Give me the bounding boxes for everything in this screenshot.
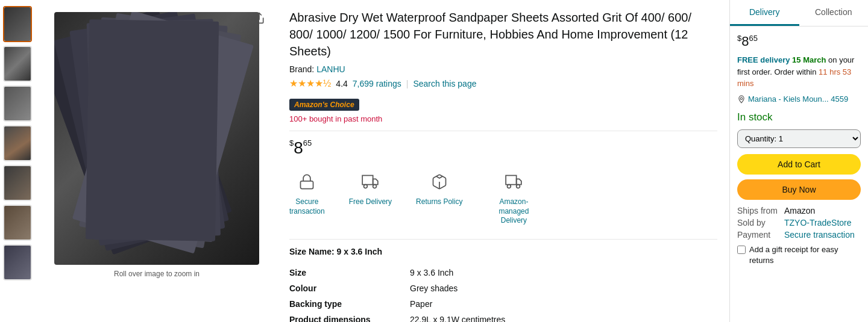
svg-point-17 xyxy=(508,185,511,188)
feature-secure: Securetransaction xyxy=(289,173,325,226)
svg-rect-15 xyxy=(506,176,517,185)
payment-label: Payment xyxy=(737,230,779,240)
main-image-area: Roll over image to zoom in xyxy=(36,0,277,322)
amazon-delivery-icon xyxy=(505,173,522,194)
tab-collection[interactable]: Collection xyxy=(799,0,869,26)
bought-past: 100+ bought in past month xyxy=(289,114,717,123)
ratings-row: ★★★★½ 4.4 7,699 ratings | Search this pa… xyxy=(289,78,717,89)
price-cents: 65 xyxy=(303,138,312,147)
free-delivery-text: FREE delivery 15 March on your first ord… xyxy=(737,54,861,90)
svg-point-13 xyxy=(373,185,377,188)
price-symbol: $ xyxy=(289,138,294,147)
product-main-image[interactable] xyxy=(54,12,259,265)
free-delivery-bold: FREE delivery xyxy=(737,55,790,64)
amazon-delivery-label: Amazon-managedDelivery xyxy=(486,197,541,226)
thumbnail-sidebar xyxy=(0,0,36,322)
right-price-main: 8 xyxy=(741,34,749,49)
tabs-row: Delivery Collection xyxy=(730,0,868,26)
specs-table: Size 9 x 3.6 Inch Colour Grey shades Bac… xyxy=(289,265,717,322)
size-name-label: Size Name: xyxy=(289,247,335,256)
right-price: $865 xyxy=(737,34,861,49)
size-name-row: Size Name: 9 x 3.6 Inch xyxy=(289,247,717,256)
payment-value[interactable]: Secure transaction xyxy=(784,230,855,240)
secure-label: Securetransaction xyxy=(289,197,325,216)
spec-size-key: Size xyxy=(289,265,410,280)
ships-from-label: Ships from xyxy=(737,206,779,215)
sold-by-row: Sold by TZYO-TradeStore xyxy=(737,218,861,228)
gift-receipt-checkbox[interactable] xyxy=(737,246,746,254)
roll-over-label: Roll over image to zoom in xyxy=(114,270,200,278)
buy-now-button[interactable]: Buy Now xyxy=(737,179,861,200)
brand-row: Brand: LANHU xyxy=(289,64,717,74)
quantity-select[interactable]: Quantity: 1 Quantity: 2 Quantity: 3 Quan… xyxy=(737,129,861,148)
thumbnail-1[interactable] xyxy=(3,6,32,42)
spec-dimensions-value: 22.9L x 9.1W centimetres xyxy=(410,312,717,322)
ships-from-value: Amazon xyxy=(784,206,815,215)
product-title: Abrasive Dry Wet Waterproof Sandpaper Sh… xyxy=(289,9,717,60)
svg-point-12 xyxy=(364,185,368,188)
location-icon xyxy=(737,95,746,105)
thumbnail-2[interactable] xyxy=(3,46,32,82)
spec-colour-key: Colour xyxy=(289,280,410,296)
in-stock-label: In stock xyxy=(737,111,861,123)
price-divider xyxy=(289,131,717,131)
spec-size-value: 9 x 3.6 Inch xyxy=(410,265,717,280)
spec-dimensions-key: Product dimensions xyxy=(289,312,410,322)
returns-icon xyxy=(431,173,448,194)
ratings-count-link[interactable]: 7,699 ratings xyxy=(353,79,401,88)
brand-link[interactable]: LANHU xyxy=(316,64,345,74)
secure-icon xyxy=(298,173,315,194)
thumbnail-5[interactable] xyxy=(3,165,32,201)
spec-colour-value: Grey shades xyxy=(410,280,717,296)
specs-divider xyxy=(289,239,717,240)
feature-amazon-delivery: Amazon-managedDelivery xyxy=(486,173,541,226)
thumbnail-7[interactable] xyxy=(3,244,32,280)
sold-by-link[interactable]: TZYO-TradeStore xyxy=(784,218,852,228)
sold-by-label: Sold by xyxy=(737,218,779,228)
add-to-cart-button[interactable]: Add to Cart xyxy=(737,154,861,175)
thumbnail-6[interactable] xyxy=(3,205,32,241)
thumbnail-3[interactable] xyxy=(3,85,32,122)
free-delivery-date: 15 March xyxy=(792,55,826,64)
page-wrapper: Roll over image to zoom in Abrasive Dry … xyxy=(0,0,868,322)
rating-value: 4.4 xyxy=(336,79,347,88)
right-panel: Delivery Collection $865 FREE delivery 1… xyxy=(729,0,868,322)
brand-label: Brand: xyxy=(289,64,314,74)
spec-backing: Backing type Paper xyxy=(289,296,717,312)
svg-marker-16 xyxy=(517,179,521,184)
deliver-to-address[interactable]: Mariana - Kiels Moun... 4559 xyxy=(748,94,848,104)
deliver-to: Mariana - Kiels Moun... 4559 xyxy=(737,94,861,105)
delivery-icon xyxy=(362,173,379,194)
spec-backing-value: Paper xyxy=(410,296,717,312)
star-rating: ★★★★½ xyxy=(289,78,331,89)
spec-backing-key: Backing type xyxy=(289,296,410,312)
amazon-choice-prefix: Amazon's xyxy=(294,101,328,109)
ac-word: Choice xyxy=(330,101,354,109)
ships-from-row: Ships from Amazon xyxy=(737,206,861,215)
svg-rect-9 xyxy=(301,181,313,189)
size-name-value: 9 x 3.6 Inch xyxy=(337,247,382,256)
thumbnail-4[interactable] xyxy=(3,125,32,161)
svg-rect-10 xyxy=(363,176,374,185)
search-page-link[interactable]: Search this page xyxy=(413,79,476,88)
feature-returns: Returns Policy xyxy=(416,173,462,226)
price-main: 8 xyxy=(294,138,303,158)
returns-label: Returns Policy xyxy=(416,197,462,207)
right-price-cents: 65 xyxy=(749,34,757,43)
tab-delivery[interactable]: Delivery xyxy=(730,0,799,26)
spec-dimensions: Product dimensions 22.9L x 9.1W centimet… xyxy=(289,312,717,322)
feature-delivery: Free Delivery xyxy=(349,173,392,226)
svg-rect-8 xyxy=(86,19,219,241)
separator: | xyxy=(406,79,409,88)
delivery-content: $865 FREE delivery 15 March on your firs… xyxy=(730,26,868,273)
amazon-choice-badge: Amazon's Choice xyxy=(289,99,359,111)
svg-point-19 xyxy=(740,98,743,100)
payment-row: Payment Secure transaction xyxy=(737,230,861,240)
gift-receipt-text: Add a gift receipt for easy returns xyxy=(749,244,861,266)
features-row: Securetransaction Free Delivery xyxy=(289,167,717,232)
spec-size: Size 9 x 3.6 Inch xyxy=(289,265,717,280)
gift-receipt-row: Add a gift receipt for easy returns xyxy=(737,244,861,266)
svg-point-18 xyxy=(517,185,520,188)
spec-colour: Colour Grey shades xyxy=(289,280,717,296)
product-details: Abrasive Dry Wet Waterproof Sandpaper Sh… xyxy=(277,0,729,322)
